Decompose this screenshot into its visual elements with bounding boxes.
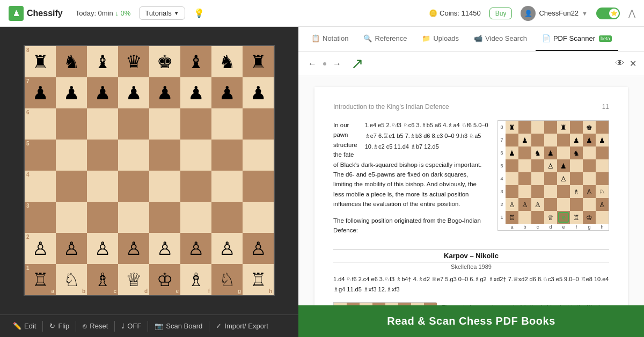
buy-button[interactable]: Buy	[489, 8, 513, 19]
mini-chess-diagram: 8 7 6 5 4 3 2 1 ♜♜♚♟♟♟♟♟♞♟♞♙♟♙♗♙♘♙♙♙♙♖♕⊕…	[497, 120, 609, 231]
tip-icon[interactable]: 💡	[194, 8, 204, 18]
square-g4[interactable]	[211, 171, 243, 202]
square-f1[interactable]: f♗	[180, 264, 211, 295]
square-h6[interactable]	[243, 108, 274, 140]
collapse-button[interactable]: ⋀	[628, 8, 635, 18]
logo[interactable]: ♟ Chessify	[9, 6, 63, 21]
square-a3[interactable]: 3	[25, 202, 56, 233]
square-h2[interactable]: ♙	[243, 233, 274, 264]
square-f4[interactable]	[180, 171, 211, 202]
square-h1[interactable]: h♖	[243, 264, 274, 295]
square-c3[interactable]	[87, 202, 118, 233]
square-b1[interactable]: b♘	[56, 264, 87, 295]
reset-button[interactable]: ⎋ Reset	[76, 315, 114, 337]
scan-board-button[interactable]: 📷 Scan Board	[148, 315, 209, 337]
tutorials-button[interactable]: Tutorials ▼	[139, 6, 185, 20]
import-export-button[interactable]: ✓ Import/ Export	[209, 315, 275, 337]
square-b2[interactable]: ♙	[56, 233, 87, 264]
pdf-content[interactable]: Introduction to the King's Indian Defenc…	[298, 76, 644, 337]
square-g3[interactable]	[211, 202, 243, 233]
square-b5[interactable]	[56, 140, 87, 171]
square-e1[interactable]: e♔	[149, 264, 180, 295]
square-a8[interactable]: 8♜	[25, 46, 56, 77]
square-b3[interactable]	[56, 202, 87, 233]
square-g7[interactable]: ♟	[211, 77, 243, 108]
square-g8[interactable]: ♞	[211, 46, 243, 77]
square-f8[interactable]: ♝	[180, 46, 211, 77]
nav-back[interactable]: ←	[306, 58, 319, 70]
square-e8[interactable]: ♚	[149, 46, 180, 77]
nav-forward[interactable]: →	[331, 58, 343, 70]
square-d5[interactable]	[118, 140, 149, 171]
tab-reference[interactable]: 🔍 Reference	[357, 27, 413, 51]
reference-icon: 🔍	[363, 34, 372, 42]
square-d1[interactable]: d♕	[118, 264, 149, 295]
square-d3[interactable]	[118, 202, 149, 233]
square-f5[interactable]	[180, 140, 211, 171]
square-h5[interactable]	[243, 140, 274, 171]
piece: ♟	[126, 84, 142, 102]
square-d7[interactable]: ♟	[118, 77, 149, 108]
square-c5[interactable]	[87, 140, 118, 171]
tab-pdf[interactable]: 📄 PDF Scanner beta	[536, 27, 618, 51]
square-e5[interactable]	[149, 140, 180, 171]
tab-video[interactable]: 📹 Video Search	[467, 27, 533, 51]
square-d2[interactable]: ♙	[118, 233, 149, 264]
nav-dot	[323, 62, 326, 65]
scan-cta-button[interactable]: Read & Scan Chess PDF Books	[298, 305, 644, 337]
square-f3[interactable]	[180, 202, 211, 233]
piece: ♙	[219, 239, 235, 258]
square-c8[interactable]: ♝	[87, 46, 118, 77]
piece: ♜	[250, 53, 266, 71]
pdf-close-button[interactable]: ✕	[630, 58, 636, 69]
square-e6[interactable]	[149, 108, 180, 140]
square-c4[interactable]	[87, 171, 118, 202]
mini-sq: ♙	[596, 198, 609, 211]
square-e7[interactable]: ♟	[149, 77, 180, 108]
square-g6[interactable]	[211, 108, 243, 140]
pdf-view-button[interactable]: 👁	[616, 58, 624, 69]
square-g1[interactable]: g♘	[211, 264, 243, 295]
scan-icon: 📷	[155, 322, 163, 330]
chessboard[interactable]: 8♜♞♝♛♚♝♞♜7♟♟♟♟♟♟♟♟65432♙♙♙♙♙♙♙♙1a♖b♘c♗d♕…	[24, 45, 275, 296]
square-f2[interactable]: ♙	[180, 233, 211, 264]
square-h3[interactable]	[243, 202, 274, 233]
square-c1[interactable]: c♗	[87, 264, 118, 295]
square-h7[interactable]: ♟	[243, 77, 274, 108]
square-a7[interactable]: 7♟	[25, 77, 56, 108]
square-e2[interactable]: ♙	[149, 233, 180, 264]
square-b6[interactable]	[56, 108, 87, 140]
square-a6[interactable]: 6	[25, 108, 56, 140]
square-a5[interactable]: 5	[25, 140, 56, 171]
square-a2[interactable]: 2♙	[25, 233, 56, 264]
square-c6[interactable]	[87, 108, 118, 140]
scan-arrow-icon: ↗	[351, 55, 363, 72]
square-d4[interactable]	[118, 171, 149, 202]
square-e4[interactable]	[149, 171, 180, 202]
square-f6[interactable]	[180, 108, 211, 140]
square-d8[interactable]: ♛	[118, 46, 149, 77]
square-d6[interactable]	[118, 108, 149, 140]
square-h8[interactable]: ♜	[243, 46, 274, 77]
square-c2[interactable]: ♙	[87, 233, 118, 264]
sound-button[interactable]: ♩ OFF	[115, 315, 148, 337]
main-area: 8♜♞♝♛♚♝♞♜7♟♟♟♟♟♟♟♟65432♙♙♙♙♙♙♙♙1a♖b♘c♗d♕…	[0, 27, 644, 337]
square-f7[interactable]: ♟	[180, 77, 211, 108]
square-g2[interactable]: ♙	[211, 233, 243, 264]
flip-button[interactable]: ↻ Flip	[43, 315, 76, 337]
square-g5[interactable]	[211, 140, 243, 171]
theme-toggle[interactable]: ⭐	[596, 8, 620, 19]
mini-sq	[531, 134, 544, 146]
square-b8[interactable]: ♞	[56, 46, 87, 77]
square-b7[interactable]: ♟	[56, 77, 87, 108]
square-c7[interactable]: ♟	[87, 77, 118, 108]
square-e3[interactable]	[149, 202, 180, 233]
tab-notation[interactable]: 📋 Notation	[305, 27, 355, 51]
edit-button[interactable]: ✏️ Edit	[6, 315, 42, 337]
square-a4[interactable]: 4	[25, 171, 56, 202]
square-h4[interactable]	[243, 171, 274, 202]
tab-uploads[interactable]: 📁 Uploads	[415, 27, 465, 51]
user-menu[interactable]: 👤 ChessFun22 ▼	[521, 6, 588, 21]
square-a1[interactable]: 1a♖	[25, 264, 56, 295]
square-b4[interactable]	[56, 171, 87, 202]
